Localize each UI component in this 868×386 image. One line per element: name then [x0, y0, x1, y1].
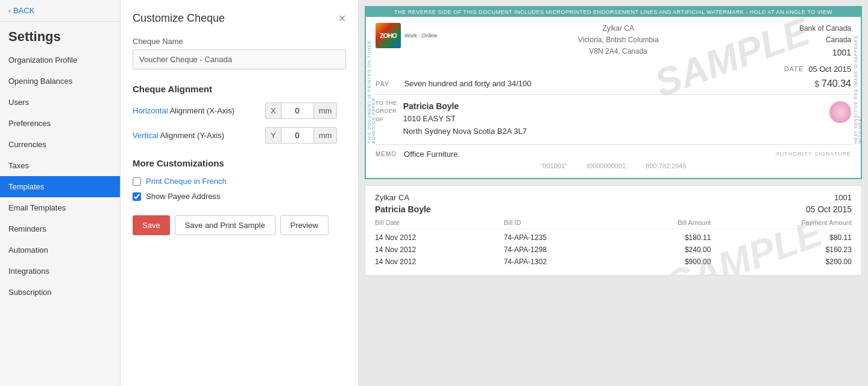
col-id: Bill ID: [504, 219, 570, 226]
payee-addr2: North Sydney Nova Scotia B2A 3L7: [403, 125, 527, 138]
pay-row: PAY Seven hundred and forty and 34/100 $…: [376, 78, 851, 95]
org-info: Zylkar CA Victoria, British Columbia V8N…: [578, 23, 659, 58]
voucher-payee-name: Patricia Boyle: [375, 204, 431, 214]
y-axis-letter: Y: [265, 127, 281, 144]
date-value: 05 Oct 2015: [808, 65, 851, 74]
voucher-col-headers: Bill Date Bill ID Bill Amount Payment Am…: [375, 219, 852, 229]
y-axis-input[interactable]: [281, 127, 314, 144]
row-id: 74-APA-1302: [504, 258, 570, 266]
x-axis-input[interactable]: [281, 103, 314, 119]
alignment-section: Cheque Alignment Horizontal Alignment (X…: [133, 84, 346, 144]
back-button[interactable]: ‹ BACK: [0, 0, 120, 22]
logo-sub-text: Work · Online: [404, 33, 437, 39]
cheque-name-input[interactable]: [133, 49, 346, 69]
save-print-button[interactable]: Save and Print Sample: [175, 215, 275, 235]
pay-words: Seven hundred and forty and 34/100: [404, 79, 531, 88]
routing3: 800:782:2946: [646, 162, 686, 169]
sidebar-item-taxes[interactable]: Taxes: [0, 155, 120, 176]
customize-panel: Customize Cheque ✕ Cheque Name Cheque Al…: [121, 0, 359, 386]
pay-amount-box: $ 740.34: [814, 78, 851, 89]
sidebar-item-users[interactable]: Users: [0, 92, 120, 113]
row-bill: $180.11: [644, 233, 711, 242]
row-date: 14 Nov 2012: [375, 258, 429, 266]
row-bill: $240.00: [644, 245, 711, 254]
date-row: DATE 05 Oct 2015: [376, 65, 851, 74]
org-postal: V8N 2A4, Canada: [578, 46, 659, 57]
close-button[interactable]: ✕: [338, 13, 346, 24]
voucher-header: Zylkar CA 1001: [375, 193, 852, 202]
cheque-number: 1001: [799, 46, 851, 59]
memo-value: Office Furniture.: [404, 150, 460, 159]
voucher-rows: 14 Nov 2012 74-APA-1235 $180.11 $80.11 1…: [375, 232, 852, 268]
order-row: TO THEORDEROF Patricia Boyle 1010 EASY S…: [376, 100, 851, 138]
sidebar-item-org-profile[interactable]: Organization Profile: [0, 49, 120, 71]
row-pay: $200.00: [785, 258, 852, 266]
action-buttons: Save Save and Print Sample Preview: [133, 215, 346, 235]
row-pay: $80.11: [785, 233, 852, 242]
memo-label: MEMO: [376, 151, 397, 157]
h-label-highlight: Horizontal: [133, 106, 168, 115]
h-alignment-label: Horizontal Alignment (X-Axis): [133, 106, 265, 115]
v-axis-box: Y mm: [265, 127, 337, 144]
v-alignment-label: Vertical Alignment (Y-Axis): [133, 131, 265, 140]
cheque-name-label: Cheque Name: [133, 37, 346, 46]
preview-button[interactable]: Preview: [280, 215, 329, 235]
alignment-title: Cheque Alignment: [133, 84, 346, 94]
panel-header: Customize Cheque ✕: [133, 12, 346, 25]
security-circle: [829, 101, 851, 123]
voucher-org-name: Zylkar CA: [375, 193, 409, 202]
payee-label: Show Payee Address: [146, 192, 221, 201]
sidebar-item-email-templates[interactable]: Email Templates: [0, 197, 120, 218]
bank-info: Bank of Canada Canada 1001: [799, 23, 851, 60]
col-date: Bill Date: [375, 219, 429, 226]
sidebar-item-preferences[interactable]: Preferences: [0, 113, 120, 134]
cheque-body: THIS DOCUMENT IS PRINTED ON TONER ADHESI…: [366, 17, 861, 178]
org-city: Victoria, British Columbia: [578, 34, 659, 46]
cheque-top-bar: THE REVERSE SIDE OF THIS DOCUMENT INCLUD…: [366, 7, 861, 17]
save-button[interactable]: Save: [133, 215, 170, 235]
voucher-date: 05 Oct 2015: [806, 204, 852, 214]
bank-name: Bank of Canada: [799, 23, 851, 34]
org-name: Zylkar CA: [578, 23, 659, 34]
sidebar-title: Settings: [0, 22, 120, 49]
sidebar-item-reminders[interactable]: Reminders: [0, 218, 120, 239]
payee-addr1: 1010 EASY ST: [403, 113, 527, 125]
row-id: 74-APA-1298: [504, 245, 570, 254]
routing-row: "001001" :I0000000001: 800:782:2946: [376, 162, 851, 169]
row-id: 74-APA-1235: [504, 233, 570, 242]
cheque-name-section: Cheque Name: [133, 37, 346, 69]
row-pay: $160.23: [785, 245, 852, 254]
right-side-text: HEAT SENSITIVE RED IMAGE DISAPPEARS WITH…: [854, 23, 861, 144]
col-pay: Payment Amount: [785, 219, 852, 226]
sidebar-item-opening-balances[interactable]: Opening Balances: [0, 71, 120, 92]
voucher-cheque-number: 1001: [834, 193, 852, 202]
routing1: "001001": [540, 162, 567, 169]
bank-country: Canada: [799, 34, 851, 46]
y-axis-mm: mm: [314, 127, 338, 144]
sidebar-item-automation[interactable]: Automation: [0, 239, 120, 261]
row-date: 14 Nov 2012: [375, 245, 429, 254]
row-bill: $900.00: [644, 258, 711, 266]
sidebar: ‹ BACK Settings Organization Profile Ope…: [0, 0, 121, 386]
more-title: More Customizations: [133, 158, 346, 168]
logo-box: ZOHO: [376, 23, 401, 48]
preview-panel: THE REVERSE SIDE OF THIS DOCUMENT INCLUD…: [359, 0, 868, 386]
pay-label: PAY: [376, 80, 389, 87]
x-axis-letter: X: [265, 103, 281, 119]
sidebar-item-integrations[interactable]: Integrations: [0, 261, 120, 282]
voucher-row: 14 Nov 2012 74-APA-1298 $240.00 $160.23: [375, 244, 852, 256]
french-checkbox[interactable]: [133, 177, 141, 186]
sidebar-item-subscription[interactable]: Subscription: [0, 282, 120, 303]
auth-label: AUTHORITY SIGNATURE: [776, 151, 851, 157]
h-alignment-row: Horizontal Alignment (X-Axis) X mm: [133, 103, 346, 119]
payee-checkbox[interactable]: [133, 192, 141, 201]
voucher-payee: Patricia Boyle 05 Oct 2015: [375, 204, 852, 214]
order-label: TO THEORDEROF: [376, 100, 397, 124]
sidebar-item-currencies[interactable]: Currencies: [0, 134, 120, 155]
payee-option-row: Show Payee Address: [133, 192, 346, 201]
sidebar-item-templates[interactable]: Templates: [0, 176, 120, 197]
voucher-section: Zylkar CA 1001 Patricia Boyle 05 Oct 201…: [365, 185, 862, 276]
payee-info: Patricia Boyle 1010 EASY ST North Sydney…: [403, 100, 527, 138]
date-label: DATE: [784, 65, 804, 72]
col-bill: Bill Amount: [644, 219, 711, 226]
